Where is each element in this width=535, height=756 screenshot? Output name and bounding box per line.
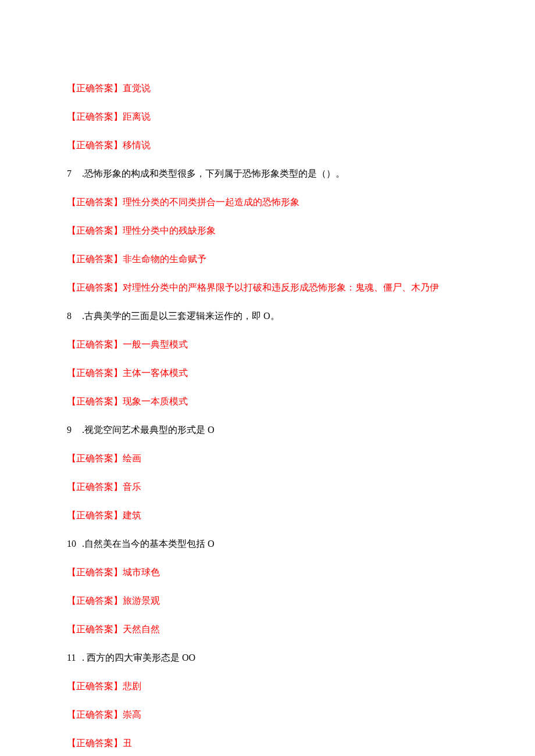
answer-line: 【正确答案】悲剧	[67, 679, 468, 693]
answer-line: 【正确答案】绘画	[67, 452, 468, 465]
question-line: 8 .古典美学的三面是以三套逻辑来运作的，即 O。	[67, 309, 468, 323]
question-number: 10	[67, 537, 80, 551]
answer-label: 【正确答案】	[67, 738, 123, 748]
question-text: .自然美在当今的基本类型包括 O	[82, 539, 215, 549]
answer-line: 【正确答案】现象一本质模式	[67, 395, 468, 409]
answer-label: 【正确答案】	[67, 453, 123, 463]
answer-label: 【正确答案】	[67, 112, 123, 121]
question-text: .恐怖形象的构成和类型很多，下列属于恐怖形象类型的是（）。	[82, 169, 345, 178]
answer-label: 【正确答案】	[67, 254, 123, 264]
answer-label: 【正确答案】	[67, 567, 123, 577]
answer-text: 理性分类的不同类拼合一起造成的恐怖形象	[123, 197, 299, 207]
question-number: 7	[67, 167, 80, 181]
question-line: 10 .自然美在当今的基本类型包括 O	[67, 537, 468, 551]
answer-text: 音乐	[123, 482, 141, 492]
answer-line: 【正确答案】一般一典型模式	[67, 338, 468, 352]
answer-line: 【正确答案】非生命物的生命赋予	[67, 252, 468, 266]
question-line: 11 . 西方的四大审美形态是 OO	[67, 651, 468, 665]
answer-label: 【正确答案】	[67, 225, 123, 235]
answer-label: 【正确答案】	[67, 339, 123, 349]
answer-text: 对理性分类中的严格界限予以打破和违反形成恐怖形象：鬼魂、僵尸、木乃伊	[123, 282, 439, 292]
question-text: . 西方的四大审美形态是 OO	[82, 653, 195, 662]
answer-label: 【正确答案】	[67, 710, 123, 719]
answer-text: 悲剧	[123, 681, 141, 691]
answer-label: 【正确答案】	[67, 368, 123, 378]
answer-line: 【正确答案】直觉说	[67, 81, 468, 95]
answer-line: 【正确答案】音乐	[67, 480, 468, 494]
answer-line: 【正确答案】天然自然	[67, 622, 468, 636]
answer-text: 非生命物的生命赋予	[123, 254, 206, 264]
answer-text: 现象一本质模式	[123, 396, 188, 406]
answer-text: 理性分类中的残缺形象	[123, 225, 216, 235]
answer-line: 【正确答案】距离说	[67, 110, 468, 124]
answer-line: 【正确答案】对理性分类中的严格界限予以打破和违反形成恐怖形象：鬼魂、僵尸、木乃伊	[67, 281, 468, 295]
answer-line: 【正确答案】移情说	[67, 138, 468, 152]
answer-text: 移情说	[123, 140, 151, 150]
answer-line: 【正确答案】建筑	[67, 508, 468, 522]
answer-text: 绘画	[123, 453, 141, 463]
answer-label: 【正确答案】	[67, 510, 123, 520]
answer-line: 【正确答案】理性分类中的残缺形象	[67, 224, 468, 238]
question-text: .古典美学的三面是以三套逻辑来运作的，即 O。	[82, 311, 280, 321]
answer-text: 距离说	[123, 112, 151, 121]
answer-label: 【正确答案】	[67, 197, 123, 207]
question-number: 9	[67, 423, 80, 437]
question-number: 11	[67, 651, 80, 665]
answer-text: 天然自然	[123, 624, 160, 634]
answer-text: 直觉说	[123, 83, 151, 93]
answer-line: 【正确答案】崇高	[67, 708, 468, 722]
document-content: 【正确答案】直觉说【正确答案】距离说【正确答案】移情说7 .恐怖形象的构成和类型…	[67, 81, 468, 750]
answer-label: 【正确答案】	[67, 482, 123, 492]
answer-text: 一般一典型模式	[123, 339, 188, 349]
answer-label: 【正确答案】	[67, 624, 123, 634]
answer-label: 【正确答案】	[67, 282, 123, 292]
answer-text: 崇高	[123, 710, 141, 719]
answer-label: 【正确答案】	[67, 596, 123, 605]
answer-text: 旅游景观	[123, 596, 160, 605]
answer-label: 【正确答案】	[67, 681, 123, 691]
question-text: .视觉空间艺术最典型的形式是 O	[82, 425, 215, 435]
answer-label: 【正确答案】	[67, 140, 123, 150]
answer-text: 丑	[123, 738, 132, 748]
answer-line: 【正确答案】理性分类的不同类拼合一起造成的恐怖形象	[67, 195, 468, 209]
answer-text: 建筑	[123, 510, 141, 520]
answer-text: 主体一客体模式	[123, 368, 188, 378]
answer-line: 【正确答案】城市球色	[67, 565, 468, 579]
answer-label: 【正确答案】	[67, 83, 123, 93]
answer-text: 城市球色	[123, 567, 160, 577]
question-line: 7 .恐怖形象的构成和类型很多，下列属于恐怖形象类型的是（）。	[67, 167, 468, 181]
question-line: 9 .视觉空间艺术最典型的形式是 O	[67, 423, 468, 437]
answer-line: 【正确答案】旅游景观	[67, 594, 468, 608]
answer-line: 【正确答案】主体一客体模式	[67, 366, 468, 380]
answer-line: 【正确答案】丑	[67, 736, 468, 750]
answer-label: 【正确答案】	[67, 396, 123, 406]
question-number: 8	[67, 309, 80, 323]
